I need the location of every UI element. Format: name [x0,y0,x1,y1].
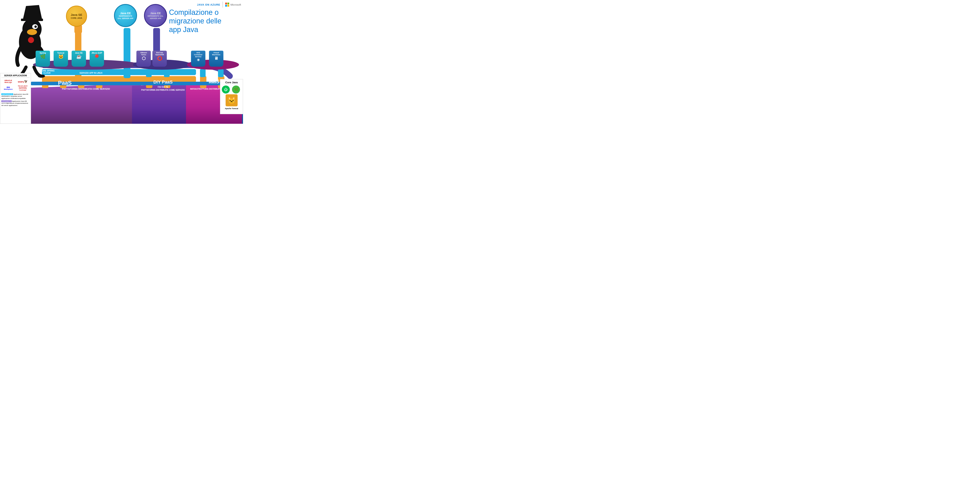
java-ee-dep-line3: SERVER APP [150,18,161,20]
cup-redhat-icon: ⭕ [157,56,162,61]
cup-vmware-label: VMwareTanzu [140,52,147,56]
svg-rect-26 [146,69,151,77]
java-se-title: Java SE [71,13,83,17]
microsoft-logo: Microsoft [225,3,241,6]
title-line2: migrazione delle [169,17,221,25]
cup-redhat: Red HatOpenShift ⭕ [153,51,167,67]
duke-mascot [11,3,49,79]
diy-title: DIY PaaS [132,80,194,85]
cup-javase-label: Java SE [75,52,83,54]
redhat-jboss-logo: RED HAT JBOSSENTERPRISEAPPLICATION PLATF… [16,85,30,92]
svg-point-5 [28,37,34,43]
cup-aks-icon: ✳ [197,58,200,62]
title-line3: app Java [169,26,198,34]
cup-tomcat-icon: 🐱 [58,54,64,59]
java-ee-indep-line3: DAL SERVER APP [118,18,133,20]
svg-rect-23 [42,69,196,75]
power-icon: ⏻ [222,86,230,94]
server-logos-grid: ORACLEWebLogic WildFly🦅 IBMWebSphere RED… [2,79,30,92]
cup-vm-label: VirtualMachines [212,52,220,56]
svg-rect-29 [218,69,224,77]
cup-vm: VirtualMachines 🖥 [209,51,223,67]
header: JAVA ON AZURE Microsoft [197,2,241,8]
svg-marker-1 [23,5,42,19]
cup-jboss-icon: 🔴 [95,54,99,57]
servizio-app-label: SERVIZIO APP IN LINUX [71,72,111,74]
java-ee-dep-line2: DIPENDENTE DAL [148,15,164,18]
indep-note: INDIPENDENTE Applicazioni Java EE distri… [2,93,30,99]
java-on-azure-label: JAVA ON AZURE [197,3,220,6]
cup-redhat-label: Red HatOpenShift [155,52,164,56]
indep-badge: INDIPENDENTE [2,93,13,95]
ibm-logo: IBMWebSphere [2,85,15,92]
paas-subtitle: PIATTAFORMA DISTRIBUITA COME SERVIZIO [31,88,141,90]
cup-jboss: JBoss EAP 🔴 [90,51,104,67]
tomcat-icon: 🐱 [226,94,238,106]
cup-javase-icon: ☕ [76,54,81,59]
paas-title: PaaS [58,80,72,86]
cup-tomcat: Tomcat 🐱 [54,51,68,67]
microsoft-label: Microsoft [231,3,241,6]
core-tomcat-label: Apache Tomcat [222,107,241,110]
svg-rect-28 [200,69,205,77]
azure-spring-label: AZURE SPRINGCLOUD [39,70,55,74]
wildfly-logo: WildFly🦅 [16,79,30,84]
title-line1: Compilazione o [169,8,219,16]
cup-spring: Spring 🌿 [36,51,50,67]
core-java-icons: ⏻ 🌿 🐱 [222,86,241,106]
java-se-subtitle: CORE JAVA [71,17,82,19]
diy-label: DIY PaaS [153,80,173,85]
cup-vmware: VMwareTanzu ⬡ [137,51,151,67]
java-ee-indep-line2: INDIPENDENTE [119,15,132,18]
dep-badge: DIPENDENTE [2,100,11,102]
svg-rect-21 [124,28,130,78]
svg-point-4 [27,29,37,35]
diy-fai: FAI DA TE [132,86,194,88]
cup-spring-icon: 🌿 [40,54,46,59]
java-se-circle: Java SE CORE JAVA [66,6,87,27]
cup-aks-label: AKSContainerService [194,52,202,58]
core-java-title: Core Java [222,81,241,84]
java-ee-indep-title: Java EE [120,11,131,15]
svg-rect-27 [164,69,170,77]
dep-note: DIPENDENTE Applicazioni Java EE con le d… [2,100,30,107]
java-ee-dep-title: Java EE [150,11,161,15]
svg-point-7 [34,26,37,28]
cup-vm-icon: 🖥 [214,56,218,60]
svg-point-9 [38,75,45,78]
cup-vmware-icon: ⬡ [142,56,146,61]
java-ee-dep-circle: Java EE DIPENDENTE DAL SERVER APP [144,4,167,27]
cup-javase: Java SE ☕ [72,51,86,67]
main-title: Compilazione o migrazione delle app Java [169,8,237,34]
cup-jboss-label: JBoss EAP [91,52,102,54]
server-applicazioni-box: SERVER APPLICAZIONI ORACLEWebLogic WildF… [0,73,31,124]
server-box-title: SERVER APPLICAZIONI [2,75,30,78]
cup-tomcat-label: Tomcat [57,52,64,54]
oracle-logo: ORACLEWebLogic [2,79,15,84]
leaf-icon: 🌿 [232,86,240,94]
diy-subtitle: PIATTAFORMA DISTRIBUITA COME SERVIZIO [132,89,194,91]
svg-rect-22 [42,69,196,75]
cup-aks: AKSContainerService ✳ [191,51,205,67]
duke-svg [11,3,49,79]
header-divider [223,2,223,8]
core-java-box: Core Java ⏻ 🌿 🐱 Apache Tomcat [220,79,243,114]
java-ee-indep-circle: Java EE INDIPENDENTE DAL SERVER APP [114,4,137,27]
ms-grid-icon [225,3,229,6]
cup-spring-label: Spring [40,52,46,54]
